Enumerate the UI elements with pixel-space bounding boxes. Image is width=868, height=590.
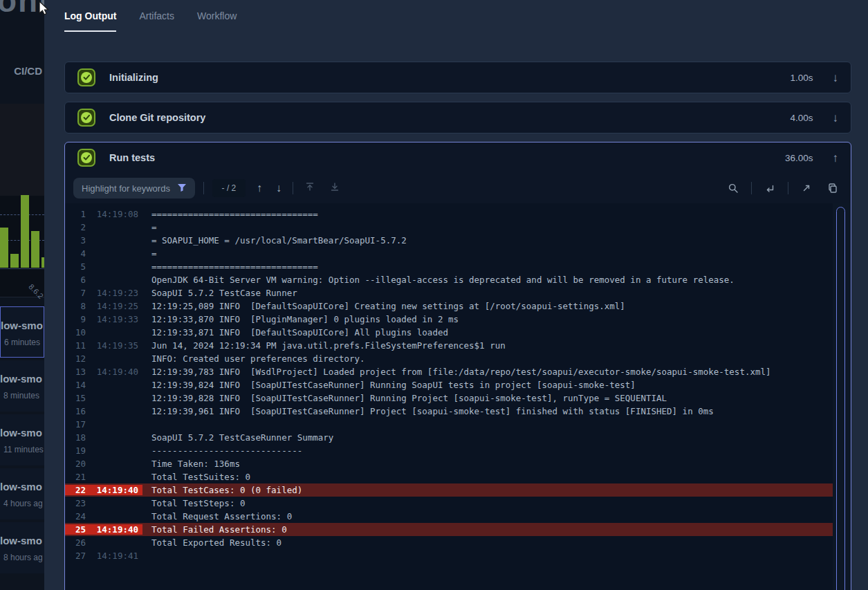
step-card-initializing: Initializing 1.00s ↓: [64, 62, 851, 93]
success-check-icon: [77, 149, 95, 167]
step-title: Run tests: [109, 152, 785, 163]
build-list-item[interactable]: low-smo 11 minutes: [0, 414, 44, 465]
expand-diagonal-icon: [801, 183, 812, 194]
tab-workflow[interactable]: Workflow: [197, 10, 237, 32]
filter-funnel-icon[interactable]: [177, 183, 187, 193]
log-line: 6OpenJDK 64-Bit Server VM warning: Optio…: [65, 273, 833, 286]
build-list-item[interactable]: low-smo 6 minutes: [0, 306, 44, 358]
log-line: 1512:19:39,828 INFO [SoapUITestCaseRunne…: [65, 391, 833, 405]
step-duration: 4.00s: [790, 113, 813, 123]
build-title: low-smo: [0, 481, 42, 492]
toolbar-divider: [203, 182, 204, 194]
log-toolbar: Highlight for keywords - / 2 ↑ ↓: [65, 173, 851, 203]
wrap-return-icon: [764, 183, 775, 194]
step-header[interactable]: Run tests 36.00s ↑: [65, 142, 851, 173]
mouse-cursor: [35, 0, 50, 17]
step-header[interactable]: Initializing 1.00s ↓: [65, 62, 851, 93]
build-list-item[interactable]: low-smo 8 minutes: [0, 360, 44, 412]
skip-to-top-icon: [304, 181, 315, 192]
chart-bar: [21, 195, 29, 268]
success-check-icon: [77, 68, 95, 86]
scroll-to-top-button[interactable]: [302, 180, 318, 196]
log-line: 24Total Request Assertions: 0: [65, 510, 833, 523]
chart-baseline: [0, 268, 44, 269]
step-duration: 1.00s: [790, 73, 813, 83]
log-line: 19-----------------------------: [65, 444, 833, 457]
log-line: 1612:19:39,961 INFO [SoapUITestCaseRunne…: [65, 405, 833, 418]
copy-icon: [827, 183, 838, 194]
chart-bar: [31, 231, 39, 268]
step-header[interactable]: Clone Git repository 4.00s ↓: [65, 102, 851, 133]
log-line: 18SoapUI 5.7.2 TestCaseRunner Summary: [65, 431, 833, 444]
log-line: 1012:19:33,871 INFO [DefaultSoapUICore] …: [65, 326, 833, 339]
log-line: 1412:19:39,824 INFO [SoapUITestCaseRunne…: [65, 378, 833, 391]
tab-bar: Log Output Artifacts Workflow: [64, 0, 868, 32]
chevron-down-icon[interactable]: ↓: [833, 72, 839, 84]
log-line: 2=: [65, 221, 833, 234]
build-time: 8 hours ag: [3, 553, 43, 562]
module-label-cicd: CI/CD: [14, 65, 42, 77]
log-line: 17: [65, 418, 833, 431]
log-line: 12INFO: Created user preferences directo…: [65, 352, 833, 365]
build-title: low-smo: [0, 535, 42, 546]
scroll-to-bottom-button[interactable]: [326, 180, 343, 196]
log-line: 2714:19:41: [65, 549, 833, 562]
build-list-item[interactable]: low-smo 8 hours ag: [0, 522, 44, 573]
log-line: 26Total Exported Results: 0: [65, 536, 833, 549]
search-icon: [728, 183, 739, 194]
tab-log-output[interactable]: Log Output: [64, 10, 116, 32]
chart-tick-label: 8.6.2: [27, 282, 44, 300]
chart-bar: [0, 228, 8, 268]
log-line-error: 2214:19:40Total TestCases: 0 (0 failed): [65, 483, 833, 497]
log-line: 3= SOAPUI_HOME = /usr/local/SmartBear/So…: [65, 234, 833, 247]
search-button[interactable]: [725, 181, 741, 195]
wrap-lines-button[interactable]: [761, 181, 778, 195]
rail-panel: [0, 104, 44, 196]
keyword-highlight-input[interactable]: Highlight for keywords: [73, 178, 195, 199]
next-match-button[interactable]: ↓: [273, 181, 284, 196]
match-counter: - / 2: [212, 179, 246, 197]
toolbar-divider: [293, 182, 293, 194]
log-line: 5================================: [65, 260, 833, 273]
log-line: 23Total TestSteps: 0: [65, 497, 833, 510]
tab-artifacts[interactable]: Artifacts: [139, 10, 174, 32]
step-duration: 36.00s: [785, 153, 813, 163]
scrollbar-track[interactable]: [833, 203, 851, 590]
log-line: 914:19:3312:19:33,870 INFO [PluginManage…: [65, 313, 833, 326]
toolbar-divider: [788, 182, 788, 194]
log-line: 1314:19:4012:19:39,783 INFO [WsdlProject…: [65, 365, 833, 378]
copy-log-button[interactable]: [824, 181, 841, 195]
prev-match-button[interactable]: ↑: [254, 181, 265, 196]
build-title: low-smo: [0, 373, 42, 385]
log-toolbar-right: [725, 181, 841, 195]
log-line: 1114:19:35Jun 14, 2024 12:19:34 PM java.…: [65, 339, 833, 352]
step-card-clone-git: Clone Git repository 4.00s ↓: [64, 102, 851, 133]
log-line: 114:19:08===============================…: [65, 208, 833, 221]
expand-fullscreen-button[interactable]: [798, 181, 815, 195]
keyword-placeholder: Highlight for keywords: [82, 183, 170, 194]
main-content: Log Output Artifacts Workflow Initializi…: [44, 0, 868, 590]
build-time: 6 minutes: [4, 338, 40, 347]
chart-bar: [41, 257, 44, 268]
log-line: 21Total TestSuites: 0: [65, 470, 833, 483]
log-console: 114:19:08===============================…: [65, 203, 851, 590]
log-line: 20Time Taken: 136ms: [65, 457, 833, 470]
step-card-run-tests: Run tests 36.00s ↑ Highlight for keyword…: [64, 142, 851, 590]
chevron-down-icon[interactable]: ↓: [833, 112, 839, 124]
step-title: Initializing: [109, 72, 790, 83]
log-line: 714:19:23SoapUI 5.7.2 TestCase Runner: [65, 286, 833, 299]
log-line: 4=: [65, 247, 833, 260]
build-history-chart: 8.6.2: [0, 196, 44, 297]
build-title: low-smo: [0, 427, 42, 439]
toolbar-divider: [751, 182, 752, 194]
chevron-up-icon[interactable]: ↑: [833, 152, 839, 164]
chart-bar: [10, 254, 19, 268]
build-title: low-smo: [1, 320, 43, 331]
scrollbar-thumb[interactable]: [836, 207, 845, 590]
build-time: 8 minutes: [3, 391, 39, 400]
build-list-item[interactable]: low-smo 4 hours ag: [0, 468, 44, 519]
build-time: 4 hours ag: [3, 499, 43, 508]
log-line-error: 2514:19:40Total Failed Assertions: 0: [65, 523, 833, 536]
step-title: Clone Git repository: [109, 112, 790, 123]
success-check-icon: [77, 109, 95, 127]
